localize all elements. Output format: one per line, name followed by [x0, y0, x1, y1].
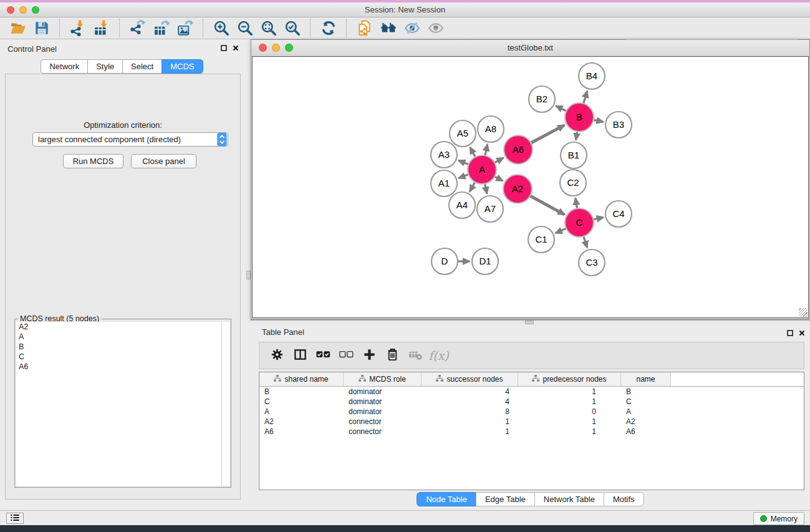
table-toolbar-button-delete-table[interactable]: [404, 346, 427, 365]
edge-A-A6[interactable]: [494, 158, 503, 163]
node-label-A6: A6: [513, 144, 524, 155]
tab-node-table[interactable]: Node Table: [417, 492, 476, 506]
node-label-B: B: [576, 112, 582, 122]
column-header-successor-nodes[interactable]: successor nodes: [422, 372, 518, 386]
network-zoom-button[interactable]: [285, 44, 293, 52]
table-toolbar-button-split-columns[interactable]: [289, 346, 312, 365]
table-row[interactable]: A6connector11A6: [259, 427, 804, 437]
tab-mcds[interactable]: MCDS: [162, 59, 203, 74]
minimize-button[interactable]: [19, 6, 27, 14]
result-scrollbar[interactable]: [221, 322, 229, 486]
table-toolbar-button-delete-column[interactable]: [381, 346, 404, 365]
edge-B-B3[interactable]: [594, 120, 604, 122]
toolbar-button-session-document[interactable]: [354, 19, 376, 37]
tab-select[interactable]: Select: [122, 59, 162, 74]
edge-C-C2[interactable]: [576, 198, 577, 209]
mcds-result-item[interactable]: B: [16, 342, 222, 352]
edge-C-C4[interactable]: [593, 217, 603, 220]
table-toolbar-button-table-settings[interactable]: [266, 346, 289, 365]
node-label-B4: B4: [586, 70, 597, 81]
edge-A-A2[interactable]: [494, 177, 503, 181]
mcds-result-item[interactable]: C: [16, 352, 222, 362]
vertical-splitter[interactable]: [244, 39, 251, 510]
tab-network-table[interactable]: Network Table: [534, 492, 604, 506]
table-toolbar-button-function-builder[interactable]: f(x): [427, 346, 450, 365]
column-header-shared-name[interactable]: shared name: [259, 372, 344, 386]
network-close-button[interactable]: [259, 44, 267, 52]
column-header-label: predecessor nodes: [542, 375, 606, 384]
table-cell: 1: [518, 417, 621, 426]
float-panel-icon[interactable]: [221, 45, 227, 51]
toolbar-button-zoom-fit[interactable]: [258, 19, 280, 37]
attribute-tree-icon: [436, 375, 443, 384]
table-toolbar-button-deselect-all-checkboxes[interactable]: [335, 346, 358, 365]
toolbar-button-zoom-in[interactable]: [210, 19, 233, 37]
mcds-result-item[interactable]: A6: [16, 362, 222, 372]
float-panel-icon[interactable]: [787, 330, 793, 336]
toolbar-button-import-network[interactable]: [67, 19, 89, 37]
splitter-handle[interactable]: [246, 271, 251, 279]
tab-style[interactable]: Style: [87, 59, 122, 74]
edge-A-A8[interactable]: [485, 144, 488, 155]
table-row[interactable]: Adominator80A: [259, 407, 804, 417]
toolbar-button-export-image[interactable]: [174, 19, 196, 37]
toolbar-button-open-file[interactable]: [7, 19, 29, 37]
column-header-name[interactable]: name: [621, 372, 671, 386]
edge-A-A1[interactable]: [459, 175, 469, 178]
toolbar-button-export-table[interactable]: [150, 19, 173, 37]
toolbar-button-save-session[interactable]: [31, 19, 53, 37]
tab-network[interactable]: Network: [41, 59, 87, 74]
close-panel-icon[interactable]: [799, 330, 805, 336]
resize-grip[interactable]: [799, 308, 808, 317]
edge-B-B2[interactable]: [556, 106, 567, 111]
tab-edge-table[interactable]: Edge Table: [476, 492, 534, 506]
zoom-button[interactable]: [32, 6, 39, 14]
toolbar-button-refresh-layout[interactable]: [317, 19, 340, 37]
mcds-result-item[interactable]: A2: [16, 322, 222, 332]
tab-motifs[interactable]: Motifs: [604, 492, 644, 506]
table-tabs: Node TableEdge TableNetwork TableMotifs: [251, 492, 810, 506]
table-cell: 0: [518, 407, 621, 416]
edge-A-A5[interactable]: [470, 147, 475, 157]
edge-C-C1[interactable]: [556, 228, 566, 233]
table-row[interactable]: A2connector11A2: [259, 417, 804, 427]
edge-A-A4[interactable]: [470, 182, 475, 191]
network-window-title: testGlobe.txt: [251, 40, 809, 56]
export-image-icon: [177, 20, 193, 36]
toolbar-button-zoom-out[interactable]: [234, 19, 256, 37]
table-toolbar-button-add-column[interactable]: [358, 346, 381, 365]
close-panel-button[interactable]: Close panel: [131, 154, 196, 168]
table-cell: A2: [259, 417, 344, 426]
table-row[interactable]: Cdominator41C: [259, 397, 804, 407]
column-header-MCDS-role[interactable]: MCDS role: [344, 372, 422, 386]
network-canvas[interactable]: AA1A2A3A4A5A6A7A8BB1B2B3B4CC1C2C3C4DD1: [252, 56, 809, 318]
main-toolbar-icons: [6, 19, 448, 37]
mcds-result-item[interactable]: A: [16, 332, 222, 342]
edge-C-C3[interactable]: [584, 236, 587, 248]
toolbar-button-home-neighbors[interactable]: [377, 19, 400, 37]
network-minimize-button[interactable]: [272, 44, 280, 52]
toolbar-button-zoom-selected[interactable]: [281, 19, 304, 37]
edge-B-B4[interactable]: [584, 91, 587, 104]
close-panel-icon[interactable]: [233, 45, 239, 51]
desktop-wallpaper-bottom: [0, 525, 810, 532]
column-header-predecessor-nodes[interactable]: predecessor nodes: [518, 372, 621, 386]
table-toolbar-button-select-all-checkboxes[interactable]: [312, 346, 335, 365]
optimization-dropdown[interactable]: largest connected component (directed): [32, 132, 228, 147]
toolbar-separator: [346, 19, 347, 37]
edge-A2-C[interactable]: [530, 196, 564, 215]
toolbar-button-hide-selected[interactable]: [401, 19, 423, 37]
task-history-button[interactable]: [6, 513, 24, 524]
edge-A-A3[interactable]: [458, 160, 468, 164]
edge-A-A7[interactable]: [485, 184, 487, 194]
run-mcds-button[interactable]: Run MCDS: [63, 154, 123, 168]
toolbar-button-show-eye[interactable]: [425, 19, 447, 37]
edge-A6-B[interactable]: [531, 125, 564, 143]
memory-button[interactable]: Memory: [753, 512, 804, 525]
node-label-A: A: [479, 164, 485, 175]
table-row[interactable]: Bdominator41B: [259, 387, 804, 397]
toolbar-button-export-network[interactable]: [127, 19, 149, 37]
toolbar-button-import-table[interactable]: [90, 19, 113, 37]
edge-B-B1[interactable]: [576, 132, 577, 140]
close-button[interactable]: [7, 6, 14, 14]
